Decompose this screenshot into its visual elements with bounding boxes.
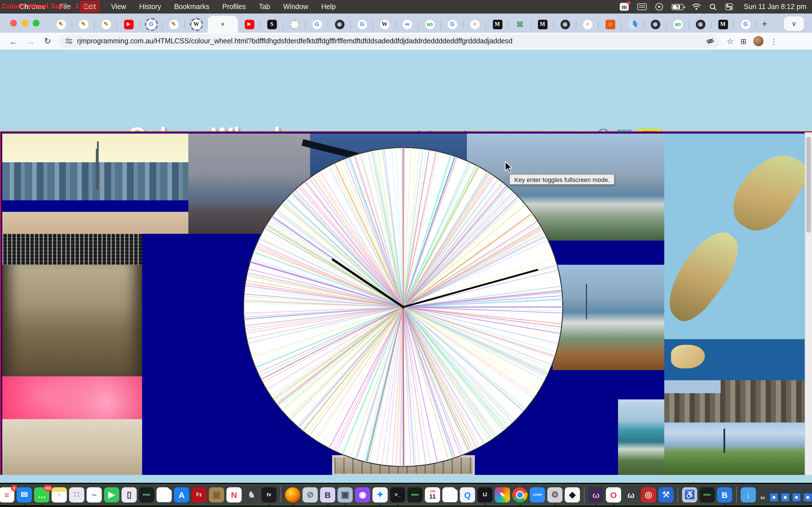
dock-item-minimized-window[interactable] xyxy=(803,493,812,502)
dock-item-opera[interactable]: O xyxy=(606,487,621,502)
dock-item-app-store[interactable]: A xyxy=(174,487,189,502)
pinned-tab-pie[interactable] xyxy=(621,16,644,33)
pinned-tab-chrome-dark[interactable]: ◉ xyxy=(554,16,576,33)
pinned-tab-google-dashed[interactable]: G xyxy=(140,16,162,33)
dock-item-downloads-pail[interactable]: ↓ xyxy=(741,487,756,502)
dock-item-podcasts[interactable]: ◉ xyxy=(355,487,370,502)
dock-item-cat-app[interactable]: ω xyxy=(589,487,604,502)
dock-item-iphone-mirroring[interactable]: ▯ xyxy=(121,487,137,502)
menu-item-bookmarks[interactable]: Bookmarks xyxy=(174,3,209,11)
dock-item-mail[interactable]: ✉ xyxy=(17,487,32,502)
dock-item-inkscape[interactable]: ◆ xyxy=(565,487,580,502)
dock-item-intellij-idea[interactable]: IJ xyxy=(477,487,493,502)
pinned-tab-youtube[interactable]: ▶ xyxy=(238,16,260,33)
dock-item-safari[interactable]: ✦ xyxy=(372,487,388,502)
dock-item-tooth[interactable]: ω xyxy=(623,487,639,502)
pinned-tab-google[interactable]: G xyxy=(351,16,373,33)
dock-item-messages[interactable]: …203 xyxy=(34,487,49,502)
dock-item-hammer-tool[interactable]: ⚒ xyxy=(658,487,673,502)
chrome-menu-icon[interactable]: ⋮ xyxy=(770,37,777,45)
pinned-tab-pencil[interactable]: ✎ xyxy=(50,16,72,33)
dock-item-tooth-small[interactable]: ω xyxy=(758,493,767,502)
dock-item-terminal-exec[interactable]: exec xyxy=(139,487,154,502)
active-tab[interactable]: × xyxy=(207,16,238,33)
pinned-tab-google[interactable]: G xyxy=(441,16,463,33)
pinned-tab-chrome-dark[interactable]: ◉ xyxy=(328,16,351,33)
pinned-tab-command[interactable]: ⌘ xyxy=(509,16,531,33)
dock-item-launchpad[interactable]: ∷ xyxy=(69,487,84,502)
close-tab-icon[interactable]: × xyxy=(221,20,225,28)
pinned-tab-s-dark[interactable]: S xyxy=(260,16,283,33)
dock-item-wolf-figure[interactable]: ♞ xyxy=(244,487,259,502)
dock-item-news[interactable]: N xyxy=(226,487,242,502)
pinned-tab-wikipedia-dashed[interactable]: W xyxy=(185,16,207,33)
forward-button[interactable]: → xyxy=(27,36,35,46)
pinned-tab-google[interactable]: G xyxy=(306,16,328,33)
dock-item-bluetooth[interactable]: B xyxy=(717,487,732,502)
pinned-tab-w3-green[interactable]: W3 xyxy=(666,16,689,33)
omnibox[interactable]: rjmprogramming.com.au/HTMLCSS/colour_whe… xyxy=(59,34,720,48)
pinned-tab-medium[interactable]: M xyxy=(712,16,734,33)
dock-item-calendar[interactable]: JAN11 xyxy=(425,487,440,502)
pinned-tab-google[interactable]: G xyxy=(734,16,757,33)
dock-item-minimized-window[interactable] xyxy=(769,493,778,502)
dock-item-books-brown[interactable]: ▦ xyxy=(209,487,224,502)
dock-item-firefox[interactable] xyxy=(285,487,300,502)
pinned-tab-dots[interactable] xyxy=(283,16,306,33)
pinned-tab-w3-blue[interactable]: ∞ xyxy=(396,16,418,33)
menu-bar-clock[interactable]: Sun 11 Jan 8:12 pm xyxy=(744,3,806,11)
bookmark-star-icon[interactable]: ☆ xyxy=(726,37,733,46)
pinned-tab-pencil[interactable]: ✎ xyxy=(95,16,117,33)
reload-button[interactable]: ↻ xyxy=(44,36,51,46)
dock-item-beta-blocked[interactable]: ⊘ xyxy=(303,487,318,502)
wifi-icon[interactable] xyxy=(692,3,701,10)
pinned-tab-youtube[interactable]: ▶ xyxy=(117,16,140,33)
dock-item-zoom[interactable]: zoom xyxy=(530,487,545,502)
pinned-tab-chrome-dark[interactable]: ◉ xyxy=(644,16,666,33)
dock-item-art-palette[interactable]: ✎ xyxy=(495,487,510,502)
menu-item-tab[interactable]: Tab xyxy=(259,3,270,11)
zoom-window-button[interactable] xyxy=(33,20,40,26)
pinned-tab-stackoverflow[interactable]: ≡ xyxy=(463,16,486,33)
play-icon[interactable] xyxy=(655,3,663,11)
password-eye-icon[interactable] xyxy=(706,38,714,45)
pinned-tab-pencil[interactable]: ✎ xyxy=(162,16,185,33)
dock-item-freeform[interactable]: ~ xyxy=(87,487,102,502)
dock-item-minimized-window[interactable] xyxy=(792,493,801,502)
pinned-tab-stackoverflow[interactable]: ≡ xyxy=(576,16,599,33)
back-button[interactable]: ← xyxy=(9,36,17,46)
dock-item-apple-tv[interactable]: tv xyxy=(261,487,276,502)
pinned-tab-medium[interactable]: M xyxy=(486,16,509,33)
new-tab-button[interactable]: + xyxy=(757,16,772,32)
mail-app-status-icon[interactable]: m xyxy=(620,3,629,11)
control-center-icon[interactable] xyxy=(725,3,733,10)
vertical-scrollbar[interactable] xyxy=(805,132,812,475)
dock-item-accessibility[interactable]: ♿ xyxy=(682,487,697,502)
menu-item-profiles[interactable]: Profiles xyxy=(222,3,246,11)
menu-item-window[interactable]: Window xyxy=(283,3,308,11)
dock-item-screenshot-window[interactable]: ▣ xyxy=(338,487,353,502)
dock-item-minimized-window[interactable] xyxy=(781,493,790,502)
close-window-button[interactable] xyxy=(10,20,17,26)
pinned-tab-medium[interactable]: M xyxy=(531,16,554,33)
pinned-tab-w3-green[interactable]: W3 xyxy=(418,16,441,33)
pinned-tab-chrome-dark[interactable]: ◉ xyxy=(689,16,712,33)
dock-item-dartboard[interactable]: ◎ xyxy=(641,487,656,502)
colour-wheel-clock[interactable] xyxy=(243,147,564,467)
tab-overflow-button[interactable]: ∨ xyxy=(784,16,804,31)
pinned-tab-wikipedia[interactable]: W xyxy=(373,16,396,33)
site-settings-icon[interactable] xyxy=(64,38,72,45)
battery-icon[interactable]: ϟ xyxy=(672,4,683,10)
url-text[interactable]: rjmprogramming.com.au/HTMLCSS/colour_whe… xyxy=(77,37,701,45)
dock-item-textedit[interactable] xyxy=(156,487,172,502)
dock-item-facetime[interactable]: ▶ xyxy=(104,487,119,502)
dock-item-system-settings[interactable]: ⚙ xyxy=(547,487,562,502)
dock-item-reminders[interactable]: ≡3 xyxy=(0,487,14,502)
dock-item-terminal-exec[interactable]: exec xyxy=(407,487,423,502)
minimize-window-button[interactable] xyxy=(21,20,28,26)
extensions-icon[interactable]: ⊞ xyxy=(741,37,747,45)
dock-item-chrome[interactable] xyxy=(512,487,527,502)
search-icon[interactable] xyxy=(709,3,717,10)
pinned-tab-pencil[interactable]: ✎ xyxy=(72,16,95,33)
dock-item-quicktime[interactable]: Q xyxy=(460,487,475,502)
